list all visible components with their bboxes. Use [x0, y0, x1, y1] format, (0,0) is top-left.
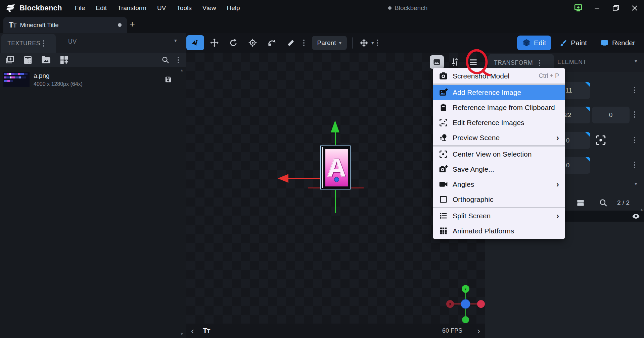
tab-uv[interactable]: UV	[68, 38, 77, 45]
grid-icon	[438, 226, 448, 236]
viewport-hamburger-menu-button[interactable]	[466, 55, 480, 69]
row2-kebab[interactable]	[631, 111, 638, 118]
menu-tools[interactable]: Tools	[173, 2, 195, 14]
textures-kebab-menu[interactable]	[40, 40, 47, 47]
model-element[interactable]: A	[320, 146, 351, 189]
outliner-scroll-up-icon[interactable]: ▲	[640, 208, 643, 211]
tab-textures[interactable]: TEXTURES	[1, 34, 56, 53]
center-pivot-button[interactable]	[595, 134, 606, 146]
transform-kebab-menu[interactable]	[536, 60, 543, 66]
submenu-chevron-icon: ›	[556, 213, 559, 219]
scroll-up-icon[interactable]: ▲	[180, 68, 184, 72]
gizmo-x-axis[interactable]: X	[446, 300, 454, 308]
toolbar-kebab-menu[interactable]	[301, 40, 307, 46]
menu-help[interactable]: Help	[223, 2, 244, 14]
title-project-icon: TT	[9, 20, 16, 30]
prev-chevron-icon[interactable]: ‹	[191, 326, 194, 336]
menu-item-preview-scene[interactable]: Preview Scene ›	[433, 130, 565, 145]
texture-item-apng[interactable]: a.png 4000 x 1280px (64x)	[0, 68, 184, 91]
size-z-field[interactable]: 0	[592, 107, 630, 123]
tabbar: TT Minecraft Title +	[0, 16, 644, 33]
pivot-tool-button[interactable]	[244, 35, 262, 50]
viewport-context-menu: Screenshot Model Ctrl + P Add Reference …	[433, 68, 565, 239]
menu-file[interactable]: File	[71, 2, 89, 14]
transform-space-chevron-icon[interactable]: ▾	[371, 40, 374, 46]
texture-group-button[interactable]	[59, 55, 69, 65]
menu-transform[interactable]: Transform	[113, 2, 150, 14]
update-available-button[interactable]	[569, 0, 588, 16]
menu-edit[interactable]: Edit	[92, 2, 111, 14]
menu-uv[interactable]: UV	[153, 2, 170, 14]
row4-kebab[interactable]	[631, 162, 638, 168]
field-notch	[585, 107, 590, 112]
gizmo-x-negative[interactable]	[477, 300, 485, 308]
save-texture-button[interactable]	[165, 76, 184, 83]
menu-item-reference-image-from-clipboard[interactable]: Reference Image from Clipboard	[433, 100, 565, 115]
list-icon	[438, 211, 448, 221]
new-tab-button[interactable]: +	[130, 19, 135, 29]
menu-view[interactable]: View	[198, 2, 220, 14]
move-tool-button[interactable]	[205, 35, 223, 50]
outliner-toggle-button[interactable]	[576, 199, 585, 207]
vertex-snap-tool-button[interactable]	[282, 35, 300, 50]
tab-element[interactable]: ELEMENT	[557, 59, 587, 66]
restore-button[interactable]	[606, 0, 625, 16]
gizmo-y-axis[interactable]: Y	[462, 285, 469, 293]
menu-item-animated-platforms[interactable]: Animated Platforms	[433, 223, 565, 238]
uv-panel-chevron-icon[interactable]: ▾	[174, 38, 177, 44]
camera-plus-icon	[438, 164, 448, 174]
row1-kebab[interactable]	[631, 87, 638, 93]
main-toolbar: ▾	[186, 33, 644, 53]
scroll-down-icon[interactable]: ▼	[180, 332, 184, 336]
gizmo-center[interactable]	[461, 299, 470, 309]
parent-dropdown[interactable]: Parent ▾	[312, 36, 347, 50]
gizmo-y-negative[interactable]	[462, 316, 469, 323]
window-title: Blockbench	[388, 0, 427, 16]
mode-edit-button[interactable]: Edit	[517, 36, 551, 50]
unsaved-indicator-icon	[118, 23, 122, 27]
rotate-tool-icon	[229, 39, 238, 47]
create-texture-button[interactable]	[23, 55, 33, 65]
pivot-point-handle[interactable]	[334, 177, 339, 182]
menu-item-edit-reference-images[interactable]: Edit Reference Images	[433, 115, 565, 130]
menu-item-screenshot-model[interactable]: Screenshot Model Ctrl + P	[433, 68, 565, 83]
select-tool-icon	[190, 38, 200, 48]
texture-search-button[interactable]	[162, 56, 170, 64]
titlebar: Blockbench File Edit Transform UV Tools …	[0, 0, 644, 16]
panel-collapse-chevron-icon[interactable]: ▾	[635, 58, 637, 64]
section-collapse-chevron-icon[interactable]: ▾	[635, 181, 637, 187]
mode-paint-button[interactable]: Paint	[554, 36, 592, 50]
app-logo: Blockbench	[0, 4, 62, 12]
menu-item-save-angle[interactable]: Save Angle...	[433, 162, 565, 177]
viewport-settings-sliders-button[interactable]	[448, 55, 462, 69]
field-notch	[585, 132, 590, 137]
toolbar-kebab-menu-2[interactable]	[374, 40, 381, 46]
menu-item-orthographic[interactable]: Orthographic	[433, 192, 565, 207]
model-edge-highlight	[322, 147, 323, 188]
background-image-button[interactable]	[430, 55, 444, 69]
outliner-search-button[interactable]	[599, 199, 608, 207]
tab-minecraft-title[interactable]: TT Minecraft Title	[3, 17, 127, 33]
texture-toolbar	[0, 53, 186, 67]
texture-toolbar-kebab[interactable]	[175, 57, 182, 63]
transform-space-button[interactable]	[357, 35, 371, 50]
menu-item-center-view-on-selection[interactable]: Center View on Selection	[433, 147, 565, 162]
close-button[interactable]	[625, 0, 644, 16]
orientation-gizmo[interactable]: Y X	[446, 284, 486, 325]
image-plus-icon	[438, 88, 448, 98]
rotate-tool-button[interactable]	[225, 35, 242, 50]
select-tool-button[interactable]	[186, 35, 204, 50]
row3-kebab[interactable]	[631, 137, 638, 143]
mode-render-button[interactable]: Render	[595, 36, 641, 50]
rotate-view-tool-button[interactable]	[263, 35, 281, 50]
import-texture-file-button[interactable]	[41, 55, 51, 65]
y-axis-arrow-icon[interactable]	[331, 120, 339, 132]
minimize-button[interactable]	[588, 0, 606, 16]
title-gizmo-icon: TT	[203, 327, 210, 335]
menu-item-add-reference-image[interactable]: Add Reference Image	[433, 85, 565, 100]
menu-item-split-screen[interactable]: Split Screen ›	[433, 208, 565, 223]
menu-item-angles[interactable]: Angles ›	[433, 177, 565, 192]
import-texture-button[interactable]	[5, 55, 15, 65]
visibility-eye-icon[interactable]	[632, 212, 644, 220]
next-chevron-icon[interactable]: ›	[477, 326, 480, 336]
